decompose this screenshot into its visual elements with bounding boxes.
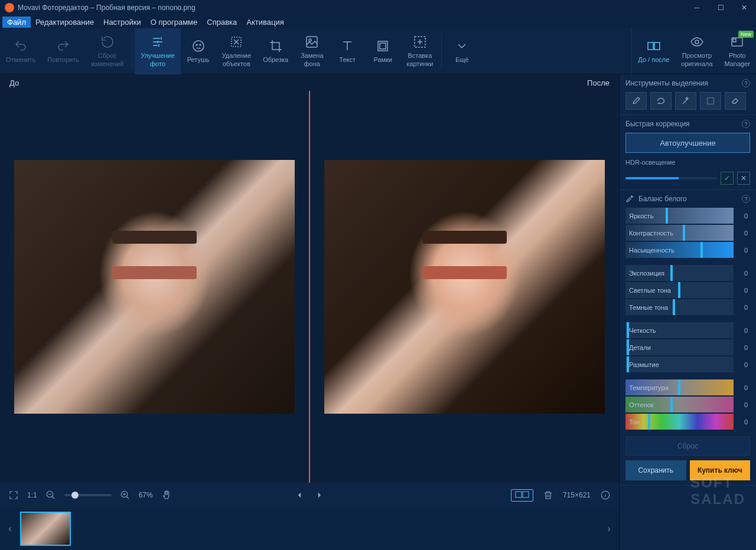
svg-point-11 (695, 40, 699, 44)
svg-rect-9 (648, 42, 653, 50)
text-icon (340, 38, 355, 54)
side-panel: Инструменты выделения ? Быстрая коррекци… (619, 74, 756, 550)
frames-button[interactable]: Рамки (365, 28, 400, 74)
section-title: Инструменты выделения (625, 79, 708, 87)
auto-enhance-button[interactable]: Автоулучшение (625, 133, 750, 153)
slider-Яркость[interactable]: Яркость0 (625, 208, 750, 224)
more-button[interactable]: Ещё (444, 28, 480, 74)
retouch-button[interactable]: Ретушь (181, 28, 216, 74)
before-label: До (9, 78, 19, 87)
buy-key-button[interactable]: Купить ключ (690, 460, 751, 480)
object-removal-button[interactable]: Удаление объектов (216, 28, 258, 74)
undo-icon (13, 38, 28, 54)
lasso-tool[interactable] (650, 92, 672, 110)
eraser-tool[interactable] (725, 92, 746, 110)
svg-rect-17 (523, 492, 529, 497)
menu-edit[interactable]: Редактирование (31, 17, 99, 28)
zoom-out-button[interactable] (44, 489, 57, 502)
frames-icon (375, 38, 390, 54)
slider-Четкость[interactable]: Четкость0 (625, 322, 750, 338)
main-area: До После 1:1 67% (0, 74, 756, 550)
insert-icon (412, 34, 428, 50)
help-icon[interactable]: ? (742, 79, 750, 87)
toolbar: Отменить Повторить Сброс изменений Улучш… (0, 28, 756, 74)
before-pane[interactable] (0, 91, 309, 483)
prev-button[interactable] (293, 489, 306, 502)
minimize-button[interactable]: ─ (685, 0, 709, 15)
zoom-in-button[interactable] (119, 489, 132, 502)
text-button[interactable]: Текст (330, 28, 365, 74)
brush-tool[interactable] (625, 92, 647, 110)
titlebar: Movavi Фоторедактор – Пробная версия – n… (0, 0, 756, 15)
hdr-slider[interactable] (625, 177, 717, 179)
slider-Размытие[interactable]: Размытие0 (625, 356, 750, 372)
delete-button[interactable] (542, 489, 555, 502)
white-balance-section: Баланс белого ? Яркость0Контрастность0На… (620, 190, 756, 486)
slider-Тон[interactable]: Тон0 (625, 414, 750, 430)
crop-button[interactable]: Обрезка (257, 28, 294, 74)
svg-point-2 (200, 44, 201, 45)
new-badge: New (738, 31, 754, 38)
menu-help[interactable]: Справка (202, 17, 242, 28)
eye-icon (689, 34, 705, 50)
enhance-button[interactable]: Улучшение фото (135, 28, 180, 74)
svg-rect-19 (708, 98, 714, 104)
hdr-label: HDR-освещение (625, 159, 675, 166)
insert-image-button[interactable]: Вставка картинки (400, 28, 439, 74)
quick-correction-section: Быстрая коррекция ? Автоулучшение HDR-ос… (620, 115, 756, 190)
help-icon[interactable]: ? (742, 195, 750, 203)
slider-Экспозиция[interactable]: Экспозиция0 (625, 265, 750, 281)
slider-Температура[interactable]: Температура0 (625, 379, 750, 395)
redo-button[interactable]: Повторить (41, 28, 85, 74)
slider-Темные тона[interactable]: Темные тона0 (625, 299, 750, 315)
filmstrip-prev[interactable]: ‹ (5, 514, 15, 544)
view-original-button[interactable]: Просмотр оригинала (675, 28, 718, 74)
selection-tools-section: Инструменты выделения ? (620, 74, 756, 115)
compare-icon (646, 38, 662, 54)
hdr-cancel-button[interactable]: ✕ (737, 172, 750, 185)
slider-Светлые тона[interactable]: Светлые тона0 (625, 282, 750, 298)
next-button[interactable] (313, 489, 326, 502)
help-icon[interactable]: ? (742, 120, 750, 128)
svg-rect-7 (380, 43, 386, 49)
chevron-down-icon (454, 38, 470, 54)
hdr-apply-button[interactable]: ✓ (721, 172, 734, 185)
filmstrip-next[interactable]: › (604, 514, 614, 544)
undo-button[interactable]: Отменить (0, 28, 41, 74)
menu-settings[interactable]: Настройки (99, 17, 146, 28)
slider-Детали[interactable]: Детали0 (625, 339, 750, 355)
fullscreen-button[interactable] (7, 489, 20, 502)
sliders-icon (150, 34, 165, 50)
thumbnail[interactable] (20, 512, 71, 546)
info-button[interactable] (599, 489, 612, 502)
slider-Насыщенность[interactable]: Насыщенность0 (625, 242, 750, 258)
before-after-button[interactable]: До / после (632, 28, 675, 74)
redo-icon (56, 38, 71, 54)
change-bg-button[interactable]: Замена фона (294, 28, 330, 74)
svg-point-0 (193, 41, 204, 51)
save-button[interactable]: Сохранить (625, 460, 686, 480)
zoom-slider[interactable] (64, 494, 112, 496)
magic-wand-tool[interactable] (675, 92, 696, 110)
menu-activation[interactable]: Активация (242, 17, 288, 28)
menu-file[interactable]: Файл (2, 17, 31, 28)
svg-rect-16 (516, 492, 522, 497)
eyedropper-icon[interactable] (625, 195, 634, 203)
face-icon (191, 38, 206, 54)
slider-Контрастность[interactable]: Контрастность0 (625, 225, 750, 241)
menu-about[interactable]: О программе (146, 17, 203, 28)
close-button[interactable]: ✕ (732, 0, 756, 15)
zoom-value: 67% (139, 491, 153, 499)
crop-icon (268, 38, 284, 54)
marquee-tool[interactable] (700, 92, 721, 110)
maximize-button[interactable]: ☐ (709, 0, 732, 15)
one-to-one-button[interactable]: 1:1 (27, 491, 37, 499)
window-title: Movavi Фоторедактор – Пробная версия – n… (18, 4, 685, 12)
reset-changes-button[interactable]: Сброс изменений (85, 28, 129, 74)
slider-Оттенок[interactable]: Оттенок0 (625, 397, 750, 413)
compare-toggle[interactable] (511, 489, 533, 502)
pan-button[interactable] (160, 489, 173, 502)
after-pane[interactable] (310, 91, 619, 483)
reset-button[interactable]: Сброс (625, 437, 750, 456)
photo-manager-button[interactable]: New Photo Manager (719, 28, 756, 74)
